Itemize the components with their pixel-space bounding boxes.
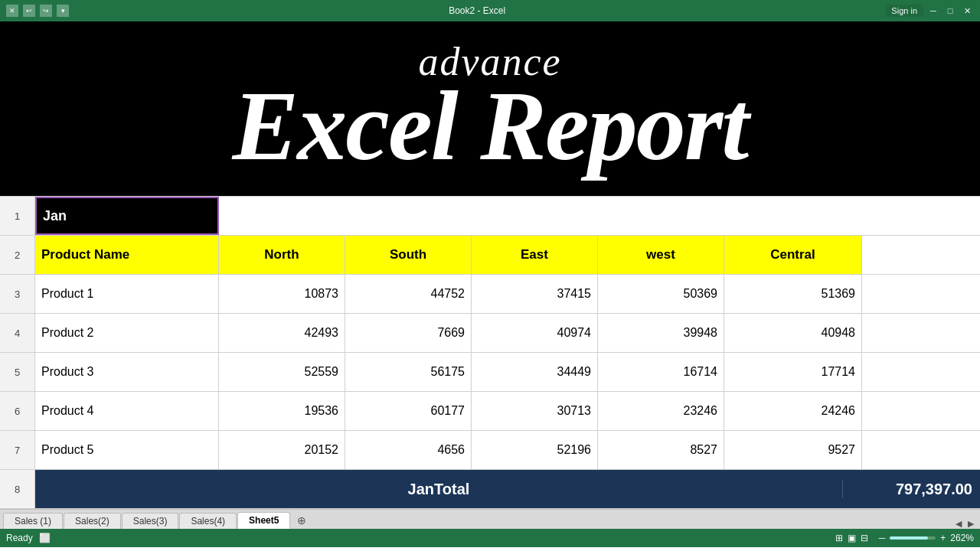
cell-1-central[interactable]: 40948 <box>724 314 862 352</box>
cell-0-east[interactable]: 37415 <box>472 275 598 313</box>
redo-icon[interactable]: ↪ <box>40 5 52 17</box>
title-bar: ✕ ↩ ↪ ▾ Book2 - Excel Sign in ─ □ ✕ <box>0 0 980 21</box>
cell-4-south[interactable]: 4656 <box>345 431 472 469</box>
cell-4-central[interactable]: 9527 <box>724 431 862 469</box>
signin-button[interactable]: Sign in <box>885 5 923 17</box>
status-bar: Ready ⬜ ⊞ ▣ ⊟ ─ + 262% <box>0 529 980 547</box>
cell-2-west[interactable]: 16714 <box>598 353 724 391</box>
cell-1-empty <box>219 197 980 235</box>
header-south[interactable]: South <box>345 236 472 274</box>
cell-3-south[interactable]: 60177 <box>345 392 472 430</box>
grid-wrapper: 1 2 3 4 5 6 7 8 Jan Product Name North S… <box>0 196 980 509</box>
cell-1-west[interactable]: 39948 <box>598 314 724 352</box>
cell-jan[interactable]: Jan <box>35 197 219 235</box>
tab-sales-2-[interactable]: Sales(2) <box>64 513 121 529</box>
add-sheet-button[interactable]: ⊕ <box>291 512 312 529</box>
cell-3-east[interactable]: 30713 <box>472 392 598 430</box>
header-central[interactable]: Central <box>724 236 862 274</box>
total-label: JanTotal <box>35 481 842 498</box>
row-5: Product 3 52559 56175 34449 16714 17714 <box>35 353 980 392</box>
close-button[interactable]: ✕ <box>960 5 974 17</box>
title-bar-left: ✕ ↩ ↪ ▾ <box>6 5 69 17</box>
view-page-icon[interactable]: ⊟ <box>861 533 868 543</box>
zoom-in-icon[interactable]: + <box>940 533 946 543</box>
scroll-right-icon[interactable]: ▶ <box>968 519 974 529</box>
cell-4-east[interactable]: 52196 <box>472 431 598 469</box>
banner-title-text: Excel Report <box>233 76 748 175</box>
row-1: Jan <box>35 197 980 236</box>
row-num-7: 7 <box>0 431 34 470</box>
cell-3-product[interactable]: Product 4 <box>35 392 219 430</box>
row-num-1: 1 <box>0 197 34 236</box>
cell-0-west[interactable]: 50369 <box>598 275 724 313</box>
view-normal-icon[interactable]: ⊞ <box>835 533 843 543</box>
more-icon[interactable]: ▾ <box>57 5 69 17</box>
tab-sheet5[interactable]: Sheet5 <box>237 512 290 529</box>
cell-1-south[interactable]: 7669 <box>345 314 472 352</box>
cell-1-product[interactable]: Product 2 <box>35 314 219 352</box>
header-product[interactable]: Product Name <box>35 236 219 274</box>
total-value: 797,397.00 <box>842 481 980 498</box>
zoom-level: 262% <box>950 533 974 543</box>
scroll-left-icon[interactable]: ◀ <box>956 519 962 529</box>
cell-3-north[interactable]: 19536 <box>219 392 345 430</box>
cell-2-south[interactable]: 56175 <box>345 353 472 391</box>
cell-4-product[interactable]: Product 5 <box>35 431 219 469</box>
cell-4-north[interactable]: 20152 <box>219 431 345 469</box>
row-headers: Product Name North South East west Centr… <box>35 236 980 275</box>
row-total: JanTotal 797,397.00 <box>35 470 980 509</box>
excel-icon[interactable]: ✕ <box>6 5 18 17</box>
row-num-4: 4 <box>0 314 34 353</box>
row-numbers: 1 2 3 4 5 6 7 8 <box>0 197 35 509</box>
cell-3-west[interactable]: 23246 <box>598 392 724 430</box>
cell-0-south[interactable]: 44752 <box>345 275 472 313</box>
status-caps: ⬜ <box>39 533 51 543</box>
sheet-tabs: Sales (1)Sales(2)Sales(3)Sales(4)Sheet5 <box>3 512 291 529</box>
minimize-button[interactable]: ─ <box>926 5 940 17</box>
title-bar-right: Sign in ─ □ ✕ <box>885 5 974 17</box>
cell-0-product[interactable]: Product 1 <box>35 275 219 313</box>
cell-0-north[interactable]: 10873 <box>219 275 345 313</box>
cell-1-east[interactable]: 40974 <box>472 314 598 352</box>
cell-4-west[interactable]: 8527 <box>598 431 724 469</box>
row-num-5: 5 <box>0 353 34 392</box>
row-num-6: 6 <box>0 392 34 431</box>
tab-sales--1-[interactable]: Sales (1) <box>3 513 63 529</box>
banner: advance Excel Report <box>0 21 980 196</box>
maximize-button[interactable]: □ <box>943 5 957 17</box>
bottom-area: Sales (1)Sales(2)Sales(3)Sales(4)Sheet5 … <box>0 509 980 547</box>
cell-3-central[interactable]: 24246 <box>724 392 862 430</box>
row-num-2: 2 <box>0 236 34 275</box>
grid-content: Jan Product Name North South East west C… <box>35 197 980 509</box>
cell-2-north[interactable]: 52559 <box>219 353 345 391</box>
row-3: Product 1 10873 44752 37415 50369 51369 <box>35 275 980 314</box>
header-north[interactable]: North <box>219 236 345 274</box>
view-layout-icon[interactable]: ▣ <box>848 533 856 543</box>
data-rows: Product 1 10873 44752 37415 50369 51369 … <box>35 275 980 470</box>
cell-2-central[interactable]: 17714 <box>724 353 862 391</box>
cell-1-north[interactable]: 42493 <box>219 314 345 352</box>
zoom-slider[interactable] <box>890 536 936 540</box>
cell-2-east[interactable]: 34449 <box>472 353 598 391</box>
row-4: Product 2 42493 7669 40974 39948 40948 <box>35 314 980 353</box>
spreadsheet: 1 2 3 4 5 6 7 8 Jan Product Name North S… <box>0 196 980 509</box>
tab-sales-3-[interactable]: Sales(3) <box>122 513 179 529</box>
window-title: Book2 - Excel <box>69 5 885 16</box>
header-west[interactable]: west <box>598 236 724 274</box>
row-6: Product 4 19536 60177 30713 23246 24246 <box>35 392 980 431</box>
header-east[interactable]: East <box>472 236 598 274</box>
cell-0-central[interactable]: 51369 <box>724 275 862 313</box>
zoom-out-icon[interactable]: ─ <box>879 533 886 543</box>
row-num-3: 3 <box>0 275 34 314</box>
sheet-tabs-bar: Sales (1)Sales(2)Sales(3)Sales(4)Sheet5 … <box>0 509 980 529</box>
row-num-8: 8 <box>0 470 34 509</box>
tab-sales-4-[interactable]: Sales(4) <box>179 513 237 529</box>
undo-icon[interactable]: ↩ <box>23 5 35 17</box>
status-ready: Ready <box>6 533 33 543</box>
row-7: Product 5 20152 4656 52196 8527 9527 <box>35 431 980 470</box>
cell-2-product[interactable]: Product 3 <box>35 353 219 391</box>
